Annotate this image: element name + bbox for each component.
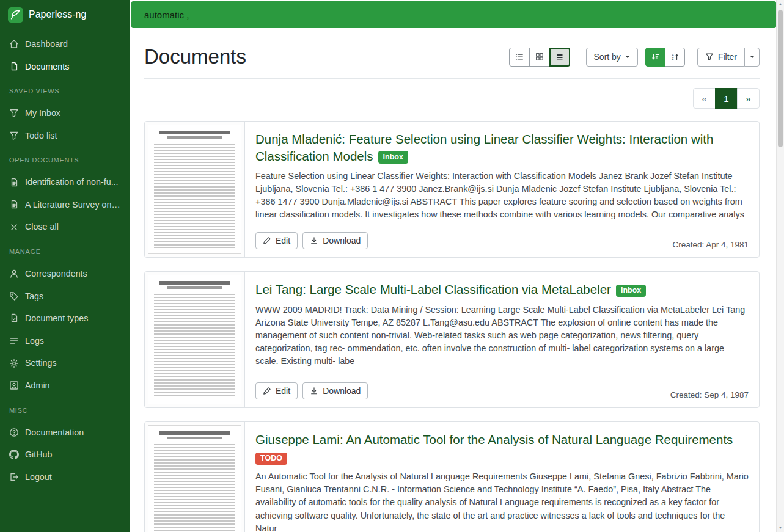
sidebar: Paperless-ng Dashboard Documents SAVED V…	[0, 0, 130, 532]
person-frame-icon	[9, 381, 19, 390]
tag-badge-todo[interactable]: TODO	[255, 453, 287, 465]
thumbnail-title-line	[159, 431, 230, 435]
scrollbar-up-arrow[interactable]: ▲	[777, 0, 784, 9]
document-title: Dunja Mladenić: Feature Selection using …	[255, 131, 749, 164]
view-list-button[interactable]	[509, 48, 530, 67]
document-title: Lei Tang: Large Scale Multi-Label Classi…	[255, 281, 749, 298]
sidebar-item-label: Document types	[25, 313, 88, 324]
sidebar-item-todo-list[interactable]: Todo list	[0, 125, 130, 147]
document-card: Giuseppe Lami: An Automatic Tool for the…	[144, 421, 760, 532]
sidebar-item-correspondents[interactable]: Correspondents	[0, 263, 130, 285]
tag-badge-row: TODO	[255, 453, 749, 465]
sidebar-item-my-inbox[interactable]: My Inbox	[0, 102, 130, 125]
list-icon	[9, 336, 19, 346]
sidebar-item-dashboard[interactable]: Dashboard	[0, 33, 130, 56]
edit-button[interactable]: Edit	[255, 232, 298, 249]
document-thumbnail[interactable]	[145, 422, 245, 532]
sort-descending-button[interactable]	[645, 48, 665, 67]
sidebar-item-label: Documents	[25, 61, 69, 73]
view-detail-button[interactable]	[549, 48, 570, 67]
tag-badge-inbox[interactable]: Inbox	[616, 285, 646, 297]
sort-alphabetical-button[interactable]: AZ	[665, 48, 685, 67]
sort-direction-group: AZ	[645, 48, 685, 67]
funnel-icon	[9, 108, 19, 118]
tag-badge-inbox[interactable]: Inbox	[378, 151, 408, 164]
edit-label: Edit	[276, 386, 290, 396]
sidebar-item-open-document-2[interactable]: A Literature Survey on ...	[0, 194, 130, 216]
sort-by-dropdown[interactable]: Sort by	[586, 48, 638, 67]
sidebar-item-github[interactable]: GitHub	[0, 443, 130, 466]
app-logo[interactable]: Paperless-ng	[0, 0, 130, 29]
thumbnail-page	[148, 275, 241, 404]
paperless-logo-icon	[8, 7, 23, 23]
gear-icon	[9, 359, 19, 368]
sidebar-item-label: Correspondents	[25, 268, 87, 280]
created-date: Created: Sep 4, 1987	[670, 390, 749, 399]
funnel-icon	[9, 131, 19, 140]
thumbnail-title-line	[159, 281, 230, 285]
document-title-link[interactable]: Dunja Mladenić: Feature Selection using …	[255, 132, 713, 163]
close-icon	[9, 222, 19, 232]
vertical-scrollbar[interactable]: ▲ ▼	[776, 0, 784, 532]
document-title-link[interactable]: Lei Tang: Large Scale Multi-Label Classi…	[255, 282, 611, 296]
scrollbar-thumb[interactable]	[778, 10, 783, 147]
thumbnail-text-lines	[154, 294, 235, 398]
sidebar-item-close-all[interactable]: Close all	[0, 216, 130, 238]
document-actions: Edit Download	[255, 232, 368, 249]
document-excerpt: WWW 2009 MADRID! Track: Data Mining / Se…	[255, 304, 749, 368]
search-input[interactable]	[131, 1, 776, 28]
sidebar-section-saved-views: SAVED VIEWS	[0, 78, 130, 98]
view-mode-group	[509, 48, 570, 67]
document-thumbnail[interactable]	[145, 122, 245, 257]
pagination-page-1-button[interactable]: 1	[715, 88, 738, 109]
sidebar-item-logout[interactable]: Logout	[0, 466, 130, 489]
document-thumbnail[interactable]	[145, 272, 245, 407]
view-grid-button[interactable]	[529, 48, 550, 67]
house-icon	[9, 39, 19, 49]
edit-button[interactable]: Edit	[255, 382, 298, 399]
sidebar-item-documentation[interactable]: Documentation	[0, 421, 130, 444]
file-text-icon	[9, 178, 19, 188]
filter-button[interactable]: Filter	[697, 48, 745, 67]
page-title: Documents	[144, 45, 246, 68]
sidebar-item-admin[interactable]: Admin	[0, 374, 130, 397]
thumbnail-text-lines	[154, 444, 235, 532]
sidebar-item-tags[interactable]: Tags	[0, 285, 130, 308]
sidebar-item-logs[interactable]: Logs	[0, 330, 130, 352]
sidebar-item-documents[interactable]: Documents	[0, 56, 130, 78]
documents-toolbar: Sort by AZ Filter	[509, 48, 760, 67]
sort-by-label: Sort by	[594, 52, 621, 62]
download-button[interactable]: Download	[302, 382, 368, 399]
document-actions: Edit Download	[255, 382, 368, 399]
document-card-footer: Edit Download Created: Sep 4, 1987	[255, 374, 749, 399]
caret-down-icon	[750, 56, 755, 58]
page-header: Documents Sort by	[144, 42, 760, 79]
sidebar-item-document-types[interactable]: Document types	[0, 307, 130, 330]
document-card: Dunja Mladenić: Feature Selection using …	[144, 121, 760, 258]
thumbnail-page	[148, 425, 241, 532]
sidebar-item-label: Logs	[25, 335, 44, 347]
document-card-body: Lei Tang: Large Scale Multi-Label Classi…	[245, 272, 759, 407]
caret-down-icon	[625, 56, 630, 58]
pagination-next-button[interactable]: »	[737, 88, 760, 109]
sidebar-item-label: Documentation	[25, 427, 84, 439]
sidebar-section-misc: MISC	[0, 397, 130, 418]
sidebar-item-label: Close all	[25, 221, 59, 233]
github-icon	[9, 450, 19, 459]
scrollbar-down-arrow[interactable]: ▼	[777, 523, 784, 532]
filter-dropdown-toggle[interactable]	[744, 48, 760, 67]
created-date: Created: Apr 4, 1981	[672, 240, 749, 249]
document-title-link[interactable]: Giuseppe Lami: An Automatic Tool for the…	[255, 432, 733, 446]
document-card-footer: Edit Download Created: Apr 4, 1981	[255, 224, 749, 249]
tag-icon	[9, 291, 19, 301]
download-button[interactable]: Download	[302, 232, 368, 249]
edit-label: Edit	[276, 236, 290, 246]
sidebar-item-label: Admin	[25, 380, 50, 392]
filter-label: Filter	[718, 52, 737, 62]
document-card: Lei Tang: Large Scale Multi-Label Classi…	[144, 271, 760, 408]
thumbnail-subtitle-line	[167, 437, 222, 439]
pagination-prev-button[interactable]: «	[693, 88, 716, 109]
sidebar-item-settings[interactable]: Settings	[0, 352, 130, 374]
sidebar-item-open-document-1[interactable]: Identification of non-fu...	[0, 171, 130, 194]
sidebar-item-label: Tags	[25, 291, 43, 302]
